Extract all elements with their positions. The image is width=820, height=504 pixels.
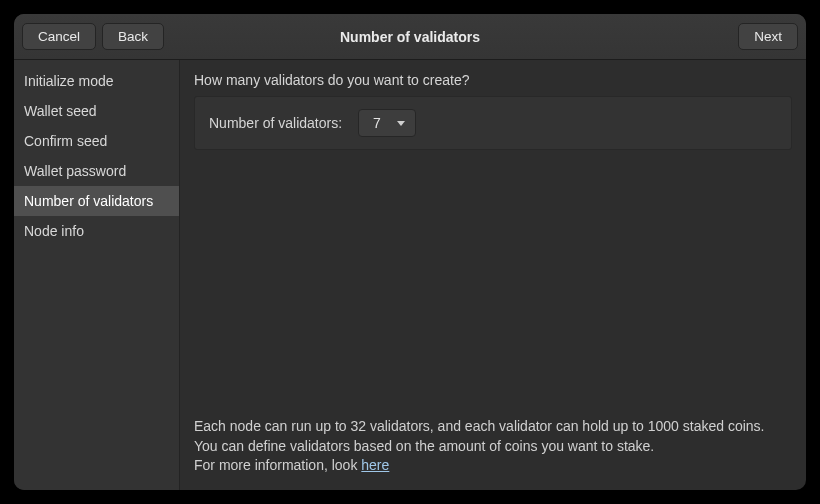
validator-count-select[interactable]: 7: [358, 109, 416, 137]
wizard-window: Cancel Back Number of validators Next In…: [14, 14, 806, 490]
sidebar-item-node-info[interactable]: Node info: [14, 216, 179, 246]
cancel-button[interactable]: Cancel: [22, 23, 96, 50]
spacer: [194, 150, 792, 417]
validator-count-panel: Number of validators: 7: [194, 96, 792, 150]
footer-line-1: Each node can run up to 32 validators, a…: [194, 417, 792, 437]
validator-count-label: Number of validators:: [209, 115, 342, 131]
titlebar-left-group: Cancel Back: [22, 23, 164, 50]
footer-line-2: You can define validators based on the a…: [194, 437, 792, 457]
sidebar-item-wallet-password[interactable]: Wallet password: [14, 156, 179, 186]
titlebar: Cancel Back Number of validators Next: [14, 14, 806, 60]
sidebar: Initialize mode Wallet seed Confirm seed…: [14, 60, 180, 490]
titlebar-right-group: Next: [738, 23, 798, 50]
main-content: How many validators do you want to creat…: [180, 60, 806, 490]
back-button[interactable]: Back: [102, 23, 164, 50]
footer-line-3: For more information, look here: [194, 456, 792, 476]
footer-info: Each node can run up to 32 validators, a…: [194, 417, 792, 476]
chevron-down-icon: [397, 121, 405, 126]
sidebar-item-initialize-mode[interactable]: Initialize mode: [14, 66, 179, 96]
sidebar-item-wallet-seed[interactable]: Wallet seed: [14, 96, 179, 126]
more-info-link[interactable]: here: [361, 457, 389, 473]
footer-line-3-prefix: For more information, look: [194, 457, 361, 473]
question-text: How many validators do you want to creat…: [194, 72, 792, 88]
validator-count-value: 7: [373, 115, 383, 131]
sidebar-item-number-of-validators[interactable]: Number of validators: [14, 186, 179, 216]
body: Initialize mode Wallet seed Confirm seed…: [14, 60, 806, 490]
next-button[interactable]: Next: [738, 23, 798, 50]
sidebar-item-confirm-seed[interactable]: Confirm seed: [14, 126, 179, 156]
